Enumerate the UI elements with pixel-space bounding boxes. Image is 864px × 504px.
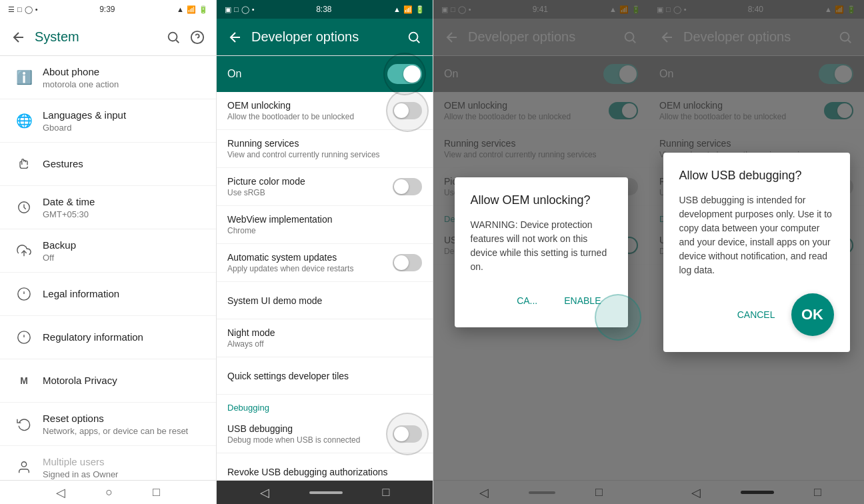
webview-subtitle: Chrome bbox=[227, 226, 422, 235]
usb-toggle[interactable] bbox=[393, 425, 422, 443]
nav-recent-icon-p2[interactable]: □ bbox=[383, 485, 390, 499]
settings-item-backup[interactable]: Backup Off bbox=[0, 229, 216, 273]
on-toggle[interactable] bbox=[387, 64, 422, 84]
svg-point-13 bbox=[409, 32, 418, 41]
users-title: Multiple users bbox=[43, 455, 205, 469]
help-button-panel1[interactable] bbox=[189, 29, 205, 45]
oem-toggle[interactable] bbox=[393, 102, 422, 119]
running-services-title: Running services bbox=[227, 138, 422, 149]
gestures-content: Gestures bbox=[43, 157, 205, 171]
settings-item-legal[interactable]: Legal information bbox=[0, 273, 216, 316]
nav-recent-icon[interactable]: □ bbox=[153, 485, 160, 499]
panel-system-settings: ☰ □ ◯ • 9:39 ▲ 📶 🔋 System ℹ️ About phone bbox=[0, 0, 217, 504]
dev-item-quick-tiles[interactable]: Quick settings developer tiles bbox=[217, 357, 433, 395]
picture-color-toggle[interactable] bbox=[393, 178, 422, 195]
languages-icon: 🌐 bbox=[11, 107, 37, 134]
motorola-icon: M bbox=[11, 367, 37, 394]
signal-icon: 📶 bbox=[187, 5, 196, 14]
running-services-content: Running services View and control curren… bbox=[227, 138, 422, 159]
picture-color-content: Picture color mode Use sRGB bbox=[227, 176, 393, 197]
settings-item-regulatory[interactable]: Regulatory information bbox=[0, 316, 216, 359]
backup-subtitle: Off bbox=[43, 253, 205, 263]
status-bar-panel2: ▣ □ ◯ • 8:38 ▲ 📶 🔋 bbox=[217, 0, 433, 19]
enable-highlight-circle bbox=[595, 294, 641, 341]
settings-item-gestures[interactable]: Gestures bbox=[0, 143, 216, 186]
reset-subtitle: Network, apps, or device can be reset bbox=[43, 426, 205, 436]
usb-debugging-title: USB debugging bbox=[227, 423, 393, 434]
usb-dialog: Allow USB debugging? USB debugging is in… bbox=[663, 153, 850, 352]
auto-updates-toggle[interactable] bbox=[393, 254, 422, 271]
search-button-panel1[interactable] bbox=[165, 29, 181, 45]
dev-item-demo-mode[interactable]: System UI demo mode bbox=[217, 282, 433, 319]
about-phone-content: About phone motorola one action bbox=[43, 65, 205, 90]
developer-on-row[interactable]: On bbox=[217, 56, 433, 92]
status-bar-panel1: ☰ □ ◯ • 9:39 ▲ 📶 🔋 bbox=[0, 0, 216, 19]
wifi-icon: ▲ bbox=[177, 5, 184, 13]
regulatory-content: Regulatory information bbox=[43, 331, 205, 344]
usb-toggle-container[interactable] bbox=[393, 425, 422, 443]
status-icons-left: ☰ □ ◯ • bbox=[8, 5, 38, 14]
dev-item-night-mode[interactable]: Night mode Always off bbox=[217, 319, 433, 357]
dev-item-auto-updates[interactable]: Automatic system updates Apply updates w… bbox=[217, 244, 433, 282]
settings-item-reset[interactable]: Reset options Network, apps, or device c… bbox=[0, 403, 216, 446]
picture-color-title: Picture color mode bbox=[227, 176, 393, 187]
nav-bar-panel1: ◁ ○ □ bbox=[0, 480, 216, 504]
dev-item-running-services[interactable]: Running services View and control curren… bbox=[217, 130, 433, 168]
backup-title: Backup bbox=[43, 239, 205, 252]
nav-back-icon[interactable]: ◁ bbox=[56, 485, 65, 500]
users-content: Multiple users Signed in as Owner bbox=[43, 455, 205, 480]
dot-icon-p2: • bbox=[252, 5, 255, 13]
settings-item-datetime[interactable]: Date & time GMT+05:30 bbox=[0, 186, 216, 229]
dev-item-oem-unlocking[interactable]: OEM unlocking Allow the bootloader to be… bbox=[217, 92, 433, 130]
status-time-p2: 8:38 bbox=[316, 5, 331, 14]
wifi-icon-p2: ▲ bbox=[393, 5, 401, 13]
oem-toggle-container[interactable] bbox=[393, 102, 422, 119]
quick-tiles-content: Quick settings developer tiles bbox=[227, 371, 422, 381]
settings-item-about-phone[interactable]: ℹ️ About phone motorola one action bbox=[0, 56, 216, 99]
toolbar-panel2: Developer options bbox=[217, 19, 433, 56]
dev-item-usb-debugging[interactable]: USB debugging Debug mode when USB is con… bbox=[217, 415, 433, 453]
motorola-privacy-content: Motorola Privacy bbox=[43, 374, 205, 387]
back-button-panel2[interactable] bbox=[227, 29, 243, 45]
oem-cancel-button[interactable]: Ca... bbox=[506, 290, 548, 311]
dev-item-webview[interactable]: WebView implementation Chrome bbox=[217, 206, 433, 244]
motorola-privacy-title: Motorola Privacy bbox=[43, 374, 205, 387]
nav-home-pill-p2[interactable] bbox=[309, 491, 343, 494]
usb-dialog-overlay: Allow USB debugging? USB debugging is in… bbox=[649, 0, 864, 504]
toolbar-panel1: System bbox=[0, 19, 216, 56]
dev-item-revoke-usb[interactable]: Revoke USB debugging authorizations bbox=[217, 453, 433, 480]
users-icon bbox=[11, 454, 37, 480]
settings-item-languages[interactable]: 🌐 Languages & input Gboard bbox=[0, 99, 216, 143]
reset-content: Reset options Network, apps, or device c… bbox=[43, 412, 205, 437]
status-icons-left-p2: ▣ □ ◯ • bbox=[225, 5, 255, 14]
nav-back-icon-p2[interactable]: ◁ bbox=[260, 485, 269, 500]
picture-color-subtitle: Use sRGB bbox=[227, 188, 393, 197]
svg-point-10 bbox=[21, 462, 26, 467]
nav-home-icon[interactable]: ○ bbox=[105, 485, 113, 499]
dev-item-picture-color[interactable]: Picture color mode Use sRGB bbox=[217, 168, 433, 206]
back-button-panel1[interactable] bbox=[11, 29, 27, 45]
oem-title: OEM unlocking bbox=[227, 100, 393, 111]
backup-content: Backup Off bbox=[43, 239, 205, 263]
revoke-usb-title: Revoke USB debugging authorizations bbox=[227, 467, 422, 477]
regulatory-icon bbox=[11, 324, 37, 351]
panel-usb-dialog: ▣ □ ◯ • 8:40 ▲ 📶 🔋 Developer options On bbox=[649, 0, 864, 504]
usb-ok-button[interactable]: OK bbox=[791, 293, 834, 336]
legal-content: Legal information bbox=[43, 287, 205, 301]
oem-dialog-content: WARNING: Device protection features will… bbox=[471, 218, 612, 274]
toolbar-title-panel2: Developer options bbox=[251, 29, 398, 45]
about-phone-subtitle: motorola one action bbox=[43, 79, 205, 89]
developer-options-list: OEM unlocking Allow the bootloader to be… bbox=[217, 92, 433, 480]
usb-dialog-title: Allow USB debugging? bbox=[679, 169, 834, 183]
languages-content: Languages & input Gboard bbox=[43, 109, 205, 133]
system-settings-list: ℹ️ About phone motorola one action 🌐 Lan… bbox=[0, 56, 216, 480]
usb-cancel-button[interactable]: Cancel bbox=[727, 304, 786, 325]
gestures-icon bbox=[11, 151, 37, 177]
night-mode-title: Night mode bbox=[227, 327, 422, 338]
settings-item-users[interactable]: Multiple users Signed in as Owner bbox=[0, 446, 216, 480]
search-button-panel2[interactable] bbox=[406, 29, 422, 45]
settings-item-motorola-privacy[interactable]: M Motorola Privacy bbox=[0, 359, 216, 403]
status-icons-right-p2: ▲ 📶 🔋 bbox=[393, 5, 425, 14]
legal-icon bbox=[11, 281, 37, 307]
on-toggle-container[interactable] bbox=[387, 64, 422, 84]
